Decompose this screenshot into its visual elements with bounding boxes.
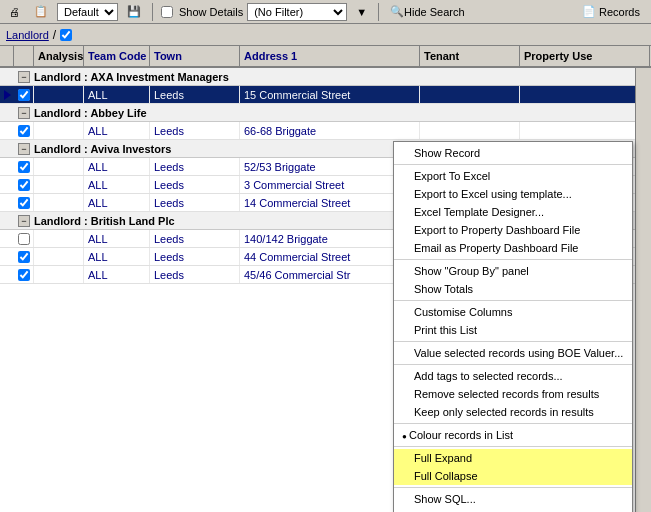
menu-item-email-dashboard[interactable]: Email as Property Dashboard File (394, 239, 632, 257)
cell-town: Leeds (150, 176, 240, 193)
cell-analysis (34, 176, 84, 193)
filter-select[interactable]: (No Filter) (247, 3, 347, 21)
row-checkbox[interactable] (18, 89, 30, 101)
menu-item-export-dashboard[interactable]: Export to Property Dashboard File (394, 221, 632, 239)
group-toggle[interactable]: − (18, 107, 30, 119)
row-checkbox[interactable] (18, 233, 30, 245)
row-checkbox-cell[interactable] (14, 230, 34, 247)
breadcrumb-checkbox[interactable] (60, 29, 72, 41)
row-checkbox-cell[interactable] (14, 194, 34, 211)
row-checkbox-cell[interactable] (14, 248, 34, 265)
cell-teamcode: ALL (84, 248, 150, 265)
menu-separator (394, 446, 632, 447)
cell-town: Leeds (150, 266, 240, 283)
cell-analysis (34, 194, 84, 211)
menu-separator (394, 164, 632, 165)
records-button[interactable]: 📄 Records (575, 2, 647, 22)
row-checkbox[interactable] (18, 197, 30, 209)
cell-analysis (34, 122, 84, 139)
sep2 (378, 3, 379, 21)
menu-item-customise-cols[interactable]: Customise Columns (394, 303, 632, 321)
menu-item-colour-records[interactable]: Colour records in List (394, 426, 632, 444)
menu-item-save-dataset[interactable]: Save Dataset to File (394, 508, 632, 512)
menu-item-full-collapse[interactable]: Full Collapse (394, 467, 632, 485)
group-toggle[interactable]: − (18, 215, 30, 227)
cell-tenant (420, 86, 520, 103)
group-toggle[interactable]: − (18, 71, 30, 83)
hide-search-button[interactable]: 🔍 Hide Search (385, 2, 470, 22)
menu-separator (394, 259, 632, 260)
group-label: Landlord : AXA Investment Managers (34, 71, 229, 83)
menu-item-show-sql[interactable]: Show SQL... (394, 490, 632, 508)
row-checkbox[interactable] (18, 161, 30, 173)
menu-item-show-group-by[interactable]: Show "Group By" panel (394, 262, 632, 280)
menu-item-print-list[interactable]: Print this List (394, 321, 632, 339)
row-checkbox-cell[interactable] (14, 122, 34, 139)
row-checkbox-cell[interactable] (14, 266, 34, 283)
menu-separator (394, 300, 632, 301)
row-checkbox-cell[interactable] (14, 86, 34, 103)
row-checkbox-cell[interactable] (14, 158, 34, 175)
col-address[interactable]: Address 1 (240, 46, 420, 66)
menu-separator (394, 423, 632, 424)
row-checkbox[interactable] (18, 125, 30, 137)
toolbar: 🖨 📋 Default 💾 Show Details (No Filter) ▼… (0, 0, 651, 24)
table-row[interactable]: ALL Leeds 15 Commercial Street (0, 86, 651, 104)
show-details-checkbox[interactable] (161, 6, 173, 18)
group-label: Landlord : Aviva Investors (34, 143, 171, 155)
breadcrumb-separator: / (53, 28, 56, 42)
cell-analysis (34, 230, 84, 247)
menu-item-show-totals[interactable]: Show Totals (394, 280, 632, 298)
cell-analysis (34, 266, 84, 283)
cell-analysis (34, 248, 84, 265)
cell-teamcode: ALL (84, 266, 150, 283)
col-analysis[interactable]: Analysis (34, 46, 84, 66)
cell-teamcode: ALL (84, 158, 150, 175)
save-button[interactable]: 💾 (122, 2, 146, 22)
cell-town: Leeds (150, 158, 240, 175)
scrollbar[interactable] (635, 68, 651, 512)
default-select[interactable]: Default (57, 3, 118, 21)
cell-town: Leeds (150, 86, 240, 103)
column-headers: Analysis Team Code Town Address 1 Tenant… (0, 46, 651, 68)
col-tenant[interactable]: Tenant (420, 46, 520, 66)
breadcrumb-landlord[interactable]: Landlord (6, 29, 49, 41)
show-details-label: Show Details (179, 6, 243, 18)
cell-propuse (520, 122, 650, 139)
cell-teamcode: ALL (84, 122, 150, 139)
group-toggle[interactable]: − (18, 143, 30, 155)
menu-item-remove-selected[interactable]: Remove selected records from results (394, 385, 632, 403)
print-button[interactable]: 🖨 (4, 2, 25, 22)
col-propuse[interactable]: Property Use (520, 46, 650, 66)
col-teamcode[interactable]: Team Code (84, 46, 150, 66)
group-label: Landlord : British Land Plc (34, 215, 175, 227)
col-town[interactable]: Town (150, 46, 240, 66)
menu-separator (394, 364, 632, 365)
sep1 (152, 3, 153, 21)
row-checkbox[interactable] (18, 269, 30, 281)
menu-item-export-excel[interactable]: Export To Excel (394, 167, 632, 185)
menu-item-add-tags[interactable]: Add tags to selected records... (394, 367, 632, 385)
table-row[interactable]: ALL Leeds 66-68 Briggate (0, 122, 651, 140)
menu-item-excel-template-designer[interactable]: Excel Template Designer... (394, 203, 632, 221)
row-indicator (0, 90, 14, 100)
row-checkbox[interactable] (18, 251, 30, 263)
breadcrumb: Landlord / (0, 24, 651, 46)
cell-analysis (34, 86, 84, 103)
menu-separator (394, 487, 632, 488)
copy-button[interactable]: 📋 (29, 2, 53, 22)
menu-item-keep-only[interactable]: Keep only selected records in results (394, 403, 632, 421)
menu-item-value-selected[interactable]: Value selected records using BOE Valuer.… (394, 344, 632, 362)
table-container: Analysis Team Code Town Address 1 Tenant… (0, 46, 651, 512)
cell-town: Leeds (150, 122, 240, 139)
menu-item-show-record[interactable]: Show Record (394, 144, 632, 162)
menu-separator (394, 341, 632, 342)
row-checkbox-cell[interactable] (14, 176, 34, 193)
menu-item-full-expand[interactable]: Full Expand (394, 449, 632, 467)
menu-item-export-excel-template[interactable]: Export to Excel using template... (394, 185, 632, 203)
cell-town: Leeds (150, 230, 240, 247)
search-icon: 🔍 (390, 5, 404, 18)
filter-btn[interactable]: ▼ (351, 2, 372, 22)
row-checkbox[interactable] (18, 179, 30, 191)
col-check (14, 46, 34, 66)
